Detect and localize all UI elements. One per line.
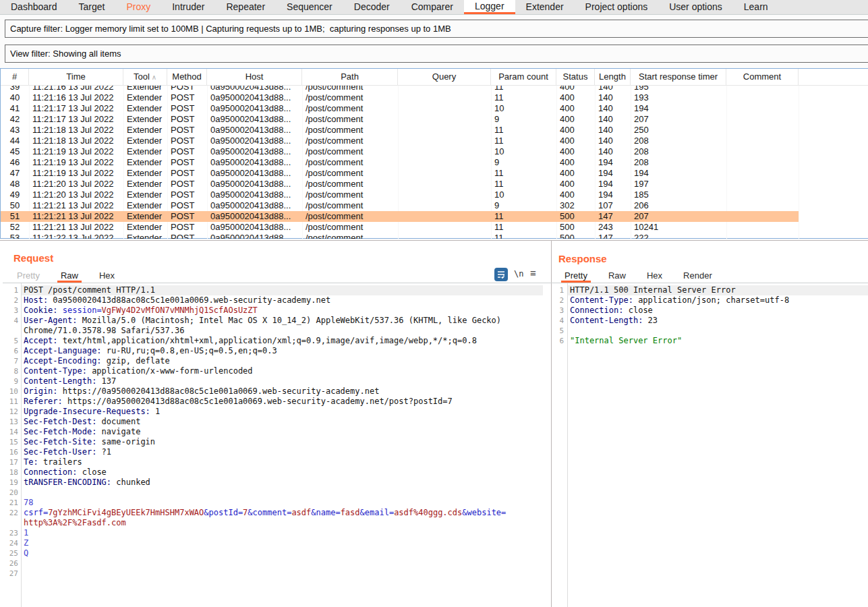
cell-method: POST (171, 125, 207, 136)
line-number: 3 (552, 306, 564, 316)
response-title: Response (558, 253, 607, 264)
table-row-44[interactable]: 4411:21:18 13 Jul 2022ExtenderPOST0a9500… (1, 136, 799, 146)
tab-intruder[interactable]: Intruder (161, 0, 215, 14)
cell-comment (730, 168, 799, 179)
table-row-45[interactable]: 4511:21:19 13 Jul 2022ExtenderPOST0a9500… (1, 146, 799, 157)
column-header-status[interactable]: Status (556, 69, 595, 85)
tab-proxy[interactable]: Proxy (115, 0, 161, 14)
tab-dashboard[interactable]: Dashboard (0, 0, 68, 14)
column-header-path[interactable]: Path (302, 69, 398, 85)
table-row-47[interactable]: 4711:21:19 13 Jul 2022ExtenderPOST0a9500… (1, 168, 799, 179)
response-tabs: PrettyRawHexRender (561, 269, 730, 281)
response-tab-render[interactable]: Render (680, 270, 716, 283)
tab-repeater[interactable]: Repeater (215, 0, 276, 14)
cell-params: 9 (494, 157, 556, 168)
column-header-time[interactable]: Time (29, 69, 123, 85)
table-row-39[interactable]: 3911:21:16 13 Jul 2022ExtenderPOST0a9500… (1, 86, 799, 92)
cell-time: 11:21:21 13 Jul 2022 (32, 200, 123, 211)
response-tab-hex[interactable]: Hex (643, 270, 666, 283)
column-header--[interactable]: # (1, 69, 29, 85)
request-tab-hex[interactable]: Hex (96, 270, 118, 283)
cell-path: /post/comment (306, 136, 398, 146)
cell-timer: 197 (634, 179, 726, 190)
column-header-filler (799, 69, 868, 85)
table-row-52[interactable]: 5211:21:21 13 Jul 2022ExtenderPOST0a9500… (1, 222, 799, 233)
table-row-50[interactable]: 5011:21:21 13 Jul 2022ExtenderPOST0a9500… (1, 200, 799, 211)
cell-method: POST (171, 103, 207, 114)
prettify-icon[interactable] (494, 268, 508, 281)
line-number: 2 (0, 295, 18, 306)
tab-learn[interactable]: Learn (733, 0, 779, 14)
cell-tool: Extender (127, 86, 167, 92)
column-header-comment[interactable]: Comment (726, 69, 799, 85)
tab-extender[interactable]: Extender (515, 0, 575, 14)
table-row-48[interactable]: 4811:21:20 13 Jul 2022ExtenderPOST0a9500… (1, 179, 799, 190)
table-row-53[interactable]: 5311:21:22 13 Jul 2022ExtenderPOST0a9500… (1, 233, 799, 239)
cell-params: 11 (494, 179, 556, 190)
column-header-length[interactable]: Length (595, 69, 631, 85)
column-header-tool[interactable]: Tool ∧ (123, 69, 167, 85)
log-table-body: 3911:21:16 13 Jul 2022ExtenderPOST0a9500… (1, 86, 868, 239)
cell-method: POST (171, 200, 207, 211)
response-tab-raw[interactable]: Raw (605, 270, 629, 283)
cell-status: 400 (560, 114, 595, 125)
tab-decoder[interactable]: Decoder (343, 0, 401, 14)
menu-icon[interactable]: ≡ (530, 267, 536, 279)
code-line: 24Z (0, 538, 551, 548)
cell-length: 243 (598, 222, 631, 233)
cell-host: 0a9500020413d88... (210, 157, 302, 168)
request-tab-pretty[interactable]: Pretty (13, 270, 43, 283)
line-text: Sec-Fetch-User: ?1 (24, 447, 111, 457)
table-row-49[interactable]: 4911:21:20 13 Jul 2022ExtenderPOST0a9500… (1, 190, 799, 200)
request-tabs: PrettyRawHex (13, 269, 132, 281)
line-text: Te: trailers (24, 457, 82, 467)
column-header-start-response-timer[interactable]: Start response timer (631, 69, 726, 85)
code-line: 3Connection: close (552, 306, 868, 316)
cell-params: 11 (494, 168, 556, 179)
cell-timer: 207 (634, 211, 726, 222)
column-header-param-count[interactable]: Param count (491, 69, 556, 85)
cell-method: POST (171, 92, 207, 103)
cell-tool: Extender (127, 168, 167, 179)
cell-status: 500 (560, 211, 595, 222)
request-editor[interactable]: 1POST /post/comment HTTP/1.12Host: 0a950… (0, 285, 551, 579)
cell-timer: 250 (634, 125, 726, 136)
cell-time: 11:21:20 13 Jul 2022 (32, 179, 123, 190)
table-row-40[interactable]: 4011:21:16 13 Jul 2022ExtenderPOST0a9500… (1, 92, 799, 103)
code-line: 19tRANSFER-ENCODING: chunked (0, 478, 551, 488)
view-filter-bar[interactable]: View filter: Showing all items (5, 45, 868, 63)
tab-user-options[interactable]: User options (658, 0, 733, 14)
table-row-51[interactable]: 5111:21:21 13 Jul 2022ExtenderPOST0a9500… (1, 211, 799, 222)
capture-filter-bar[interactable]: Capture filter: Logger memory limit set … (5, 20, 868, 38)
tab-comparer[interactable]: Comparer (401, 0, 464, 14)
response-tab-pretty[interactable]: Pretty (561, 270, 591, 283)
column-header-query[interactable]: Query (398, 69, 491, 85)
cell-query (401, 168, 491, 179)
cell-host: 0a9500020413d88... (210, 114, 302, 125)
cell-method: POST (171, 179, 207, 190)
tab-target[interactable]: Target (68, 0, 116, 14)
newline-toggle-icon[interactable]: \n (514, 269, 523, 279)
code-line: 14Sec-Fetch-Mode: navigate (0, 427, 551, 437)
response-editor[interactable]: 1HTTP/1.1 500 Internal Server Error2Cont… (552, 285, 868, 346)
cell-host: 0a9500020413d88... (210, 222, 302, 233)
request-tab-raw[interactable]: Raw (57, 270, 82, 283)
editor-tabs-baseline (3, 283, 868, 283)
code-line: 16Sec-Fetch-User: ?1 (0, 447, 551, 457)
column-header-host[interactable]: Host (207, 69, 302, 85)
table-row-46[interactable]: 4611:21:19 13 Jul 2022ExtenderPOST0a9500… (1, 157, 799, 168)
table-row-42[interactable]: 4211:21:17 13 Jul 2022ExtenderPOST0a9500… (1, 114, 799, 125)
line-text: POST /post/comment HTTP/1.1 (24, 285, 155, 295)
tab-sequencer[interactable]: Sequencer (276, 0, 343, 14)
line-text: "Internal Server Error" (570, 336, 682, 346)
tab-logger[interactable]: Logger (464, 0, 515, 14)
table-row-43[interactable]: 4311:21:18 13 Jul 2022ExtenderPOST0a9500… (1, 125, 799, 136)
cell-path: /post/comment (306, 179, 398, 190)
tab-project-options[interactable]: Project options (575, 0, 659, 14)
cell-query (401, 125, 491, 136)
table-row-41[interactable]: 4111:21:17 13 Jul 2022ExtenderPOST0a9500… (1, 103, 799, 114)
line-text: Cookie: session=VgFWy4D2vMfON7vMNMhjQ1Sc… (24, 306, 258, 316)
line-text: csrf=7gYzhMCiFvi4gBEyUEEk7HmHSHM7xWAO&po… (24, 508, 506, 518)
column-header-method[interactable]: Method (167, 69, 207, 85)
line-number: 26 (0, 558, 18, 569)
